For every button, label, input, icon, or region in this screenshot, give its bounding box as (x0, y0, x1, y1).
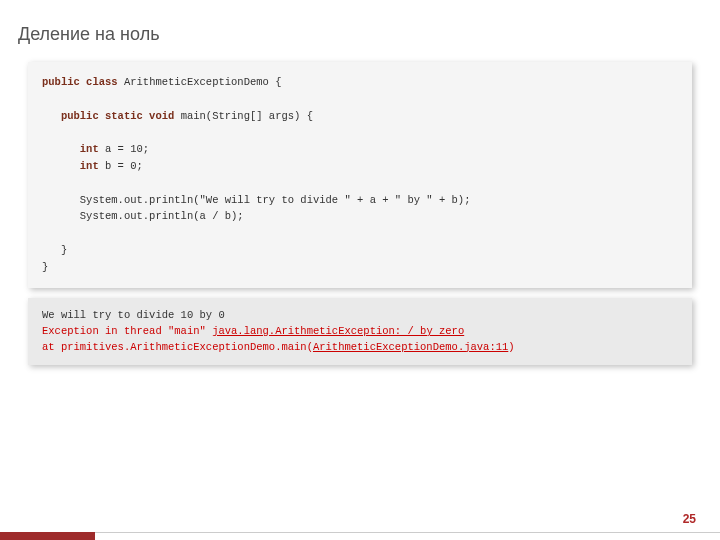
code-text: } (42, 244, 67, 256)
output-error-line: at primitives.ArithmeticExceptionDemo.ma… (42, 340, 678, 356)
output-line: We will try to divide 10 by 0 (42, 308, 678, 324)
output-link: ArithmeticExceptionDemo.java:11 (313, 341, 508, 353)
output-text: Exception in thread "main" (42, 325, 212, 337)
code-text: System.out.println(a / b); (42, 210, 244, 222)
code-keyword: int (42, 160, 99, 172)
accent-bar (0, 532, 95, 540)
code-text: ArithmeticExceptionDemo { (118, 76, 282, 88)
output-block: We will try to divide 10 by 0 Exception … (28, 298, 692, 365)
page-number: 25 (683, 512, 696, 526)
bottom-divider (0, 532, 720, 533)
output-text: ) (508, 341, 514, 353)
code-text: b = 0; (99, 160, 143, 172)
code-keyword: int (42, 143, 99, 155)
output-link: java.lang.ArithmeticException: / by zero (212, 325, 464, 337)
code-block: public class ArithmeticExceptionDemo { p… (28, 62, 692, 288)
code-text: main(String[] args) { (174, 110, 313, 122)
output-error-line: Exception in thread "main" java.lang.Ari… (42, 324, 678, 340)
slide-title: Деление на ноль (18, 24, 160, 45)
code-keyword: public static void (42, 110, 174, 122)
code-text: System.out.println("We will try to divid… (42, 194, 470, 206)
code-keyword: public class (42, 76, 118, 88)
output-text: at primitives.ArithmeticExceptionDemo.ma… (42, 341, 313, 353)
code-text: a = 10; (99, 143, 149, 155)
code-text: } (42, 261, 48, 273)
